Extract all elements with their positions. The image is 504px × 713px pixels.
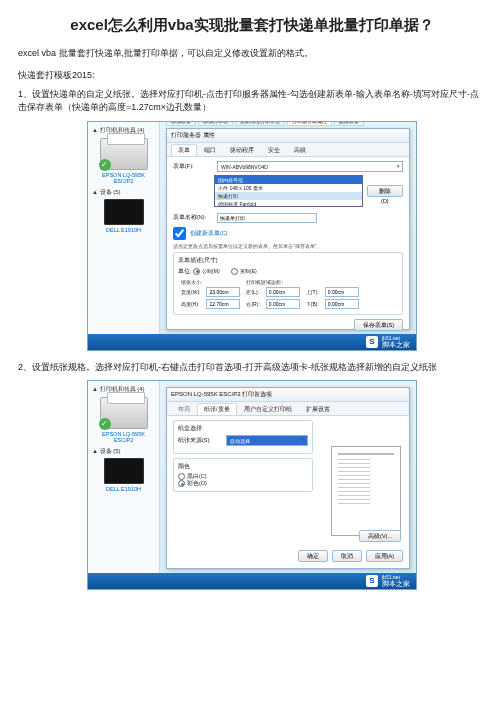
intro-text: excel vba 批量套打快递单,批量打印单据，可以自定义修改设置新的格式。 (18, 47, 486, 61)
devices-header: ▲ 设备 (5) (92, 447, 155, 456)
bottom-label: 下(B): (303, 298, 322, 310)
tab-security[interactable]: 安全 (261, 144, 287, 156)
devices-sidebar: ▲ 打印机和传真 (4) ✓ EPSON LQ-595K ESC/P2 ▲ 设备… (88, 122, 160, 350)
toolbar-server-props[interactable]: 打印服务器属性 (287, 121, 332, 126)
toolbar-remove-device[interactable]: 删除设备 (334, 121, 364, 126)
screenshot-2: ▲ 打印机和传真 (4) ✓ EPSON LQ-595K ESC/P2 ▲ 设备… (87, 380, 417, 590)
devices-toolbar: 添加设备 添加打印机 重新清理打印作业 打印服务器属性 删除设备 (166, 121, 410, 126)
create-new-form-checkbox[interactable] (173, 227, 186, 240)
dialog-note: 适当定更改点选后按需单位以定义新的表单。然后单击"保存表单"。 (173, 243, 403, 249)
site-logo-icon: S (366, 336, 378, 348)
page-preview (331, 446, 401, 536)
units-label: 单位: (178, 268, 192, 274)
check-icon: ✓ (99, 418, 111, 430)
subtitle: 快递套打模板2015: (18, 69, 486, 82)
print-prefs-dialog: EPSON LQ-595K ESC/P2 打印首选项 布局 纸张/质量 用户自定… (166, 387, 410, 569)
cancel-button[interactable]: 取消 (332, 550, 362, 562)
tab-layout: 布局 (171, 403, 197, 415)
dialog-title: 打印服务器 属性 (167, 129, 409, 143)
server-dropdown[interactable]: WIN-ABVb98NVO4D (217, 161, 403, 172)
form-desc-label: 表单描述(尺寸) (178, 257, 398, 264)
site-brand: 脚本之家 (382, 341, 410, 348)
tab-ports[interactable]: 端口 (197, 144, 223, 156)
printer-icon[interactable]: ✓ (100, 138, 148, 170)
color-head: 颜色 (178, 463, 308, 470)
tab-ext-settings[interactable]: 扩展设置 (299, 403, 337, 415)
toolbar-clear-jobs[interactable]: 重新清理打印作业 (235, 121, 285, 126)
tab-drivers[interactable]: 驱动程序 (223, 144, 261, 156)
tab-paper-quality[interactable]: 纸张/质量 (197, 403, 237, 415)
tab-advanced[interactable]: 高级 (287, 144, 313, 156)
page-title: excel怎么利用vba实现批量套打快递单批量打印单据？ (18, 14, 486, 35)
printer-icon[interactable]: ✓ (100, 397, 148, 429)
top-label: 上(T): (303, 286, 322, 298)
monitor-label[interactable]: DELL E1910H (92, 227, 155, 233)
margin-head: 打印机区域边距: (243, 278, 361, 286)
printer-label[interactable]: EPSON LQ-595K ESC/P2 (92, 431, 155, 443)
forms-field-label: 表单(F): (173, 163, 213, 170)
height-label: 高度(H): (178, 298, 203, 310)
advanced-button[interactable]: 高级(V)... (359, 530, 401, 542)
step-2: 2、设置纸张规格。选择对应打印机-右键点击打印首选项-打开高级选项卡-纸张规格选… (18, 361, 486, 375)
printer-label[interactable]: EPSON LQ-595K ESC/P2 (92, 172, 155, 184)
tray-head: 纸盒选择 (178, 425, 308, 432)
right-label: 右(R): (243, 298, 262, 310)
monitor-icon[interactable] (104, 199, 144, 225)
radio-icon[interactable] (178, 473, 185, 480)
check-icon: ✓ (99, 159, 111, 171)
bw-label[interactable]: 黑白(C) (187, 473, 207, 479)
left-label: 左(L): (243, 286, 262, 298)
forms-listbox[interactable]: 国内挂号信 小件 148 x 105 毫米 快递打印 德国标准 Fanfold (214, 175, 363, 207)
paper-size-head: 纸张大小: (178, 278, 243, 286)
list-item[interactable]: 国内挂号信 (215, 176, 362, 184)
dialog-tabs: 表单 端口 驱动程序 安全 高级 (167, 143, 409, 157)
toolbar-add-device[interactable]: 添加设备 (166, 121, 196, 126)
bottom-input[interactable] (325, 299, 359, 309)
screenshot-1: 添加设备 添加打印机 重新清理打印作业 打印服务器属性 删除设备 ▲ 打印机和传… (87, 121, 417, 351)
print-server-props-dialog: 打印服务器 属性 表单 端口 驱动程序 安全 高级 表单(F): WIN-ABV… (166, 128, 410, 330)
right-input[interactable] (266, 299, 300, 309)
dialog-title: EPSON LQ-595K ESC/P2 打印首选项 (167, 388, 409, 402)
monitor-label[interactable]: DELL E1910H (92, 486, 155, 492)
site-logo-icon: S (366, 575, 378, 587)
radio-icon[interactable] (193, 268, 200, 275)
source-label: 纸张来源(S): (178, 437, 222, 444)
form-name-label: 表单名称(N): (173, 214, 213, 221)
color-label[interactable]: 彩色(O) (187, 480, 207, 486)
ok-button[interactable]: 确定 (298, 550, 328, 562)
toolbar-add-printer[interactable]: 添加打印机 (198, 121, 233, 126)
step-1: 1、设置快递单的自定义纸张。选择对应打印机-点击打印服务器属性-勾选创建新表单-… (18, 88, 486, 115)
monitor-icon[interactable] (104, 458, 144, 484)
list-item[interactable]: 德国标准 Fanfold (215, 200, 362, 207)
dialog-tabs: 布局 纸张/质量 用户自定义打印纸 扩展设置 (167, 402, 409, 416)
watermark-footer: S jb51.net 脚本之家 (88, 573, 416, 589)
save-form-button[interactable]: 保存表单(S) (354, 319, 403, 331)
radio-icon[interactable] (178, 480, 185, 487)
tab-custom-paper[interactable]: 用户自定义打印纸 (237, 403, 299, 415)
top-input[interactable] (325, 287, 359, 297)
devices-header: ▲ 设备 (5) (92, 188, 155, 197)
delete-form-button[interactable]: 删除(D) (367, 185, 403, 197)
radio-icon[interactable] (231, 268, 238, 275)
watermark-footer: S jb51.net 脚本之家 (88, 334, 416, 350)
width-label: 宽度(W): (178, 286, 203, 298)
form-name-input[interactable] (217, 213, 317, 223)
tab-forms[interactable]: 表单 (171, 144, 197, 156)
list-item[interactable]: 小件 148 x 105 毫米 (215, 184, 362, 192)
site-brand: 脚本之家 (382, 580, 410, 587)
left-input[interactable] (266, 287, 300, 297)
apply-button[interactable]: 应用(A) (366, 550, 403, 562)
height-input[interactable] (206, 299, 240, 309)
list-item[interactable]: 快递打印 (215, 192, 362, 200)
unit-metric-label[interactable]: 公制(M) (202, 268, 220, 274)
width-input[interactable] (206, 287, 240, 297)
unit-english-label[interactable]: 英制(E) (240, 268, 257, 274)
create-new-form-label[interactable]: 创建新表单(C) (190, 230, 228, 237)
devices-sidebar: ▲ 打印机和传真 (4) ✓ EPSON LQ-595K ESC/P2 ▲ 设备… (88, 381, 160, 589)
paper-source-dropdown[interactable]: 自动选择 (226, 435, 308, 446)
